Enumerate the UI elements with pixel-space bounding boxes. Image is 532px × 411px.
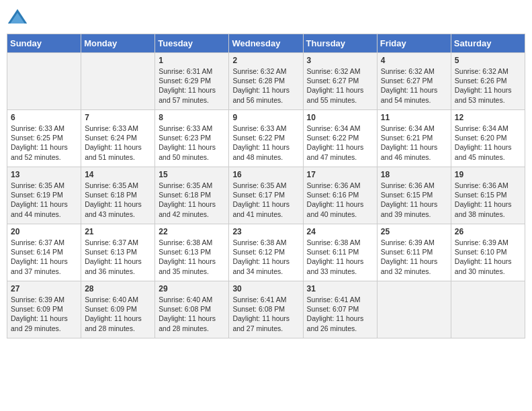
calendar-cell: 29Sunrise: 6:40 AMSunset: 6:08 PMDayligh… <box>155 281 229 338</box>
cell-sun-info: Sunrise: 6:31 AMSunset: 6:29 PMDaylight:… <box>159 66 225 105</box>
calendar-cell <box>7 53 81 110</box>
page-header <box>7 7 525 28</box>
cell-sun-info: Sunrise: 6:34 AMSunset: 6:21 PMDaylight:… <box>381 124 447 162</box>
calendar-cell: 31Sunrise: 6:41 AMSunset: 6:07 PMDayligh… <box>303 281 377 338</box>
calendar-cell: 27Sunrise: 6:39 AMSunset: 6:09 PMDayligh… <box>7 281 81 338</box>
cell-sun-info: Sunrise: 6:39 AMSunset: 6:10 PMDaylight:… <box>455 238 521 276</box>
calendar-cell: 22Sunrise: 6:38 AMSunset: 6:13 PMDayligh… <box>155 224 229 281</box>
calendar-cell: 2Sunrise: 6:32 AMSunset: 6:28 PMDaylight… <box>229 53 303 110</box>
calendar-cell: 6Sunrise: 6:33 AMSunset: 6:25 PMDaylight… <box>7 110 81 167</box>
day-number: 27 <box>11 284 77 293</box>
day-number: 15 <box>159 170 225 179</box>
day-number: 19 <box>455 170 521 179</box>
cell-sun-info: Sunrise: 6:34 AMSunset: 6:20 PMDaylight:… <box>455 124 521 162</box>
day-of-week-tuesday: Tuesday <box>155 34 229 53</box>
calendar-cell: 19Sunrise: 6:36 AMSunset: 6:15 PMDayligh… <box>451 167 525 224</box>
calendar-week-1: 1Sunrise: 6:31 AMSunset: 6:29 PMDaylight… <box>7 53 525 110</box>
day-number: 31 <box>307 284 373 293</box>
calendar-cell <box>81 53 155 110</box>
calendar-cell: 3Sunrise: 6:32 AMSunset: 6:27 PMDaylight… <box>303 53 377 110</box>
calendar-cell: 25Sunrise: 6:39 AMSunset: 6:11 PMDayligh… <box>377 224 451 281</box>
day-number: 28 <box>85 284 151 293</box>
day-number: 24 <box>307 227 373 236</box>
day-number: 23 <box>232 227 299 236</box>
cell-sun-info: Sunrise: 6:39 AMSunset: 6:11 PMDaylight:… <box>381 238 447 276</box>
day-number: 8 <box>159 113 225 122</box>
cell-sun-info: Sunrise: 6:36 AMSunset: 6:16 PMDaylight:… <box>307 181 373 219</box>
day-number: 9 <box>232 113 299 122</box>
cell-sun-info: Sunrise: 6:33 AMSunset: 6:23 PMDaylight:… <box>159 124 225 162</box>
calendar-cell: 13Sunrise: 6:35 AMSunset: 6:19 PMDayligh… <box>7 167 81 224</box>
day-number: 21 <box>85 227 151 236</box>
calendar-week-4: 20Sunrise: 6:37 AMSunset: 6:14 PMDayligh… <box>7 224 525 281</box>
day-number: 13 <box>11 170 77 179</box>
calendar-cell: 17Sunrise: 6:36 AMSunset: 6:16 PMDayligh… <box>303 167 377 224</box>
calendar-cell: 18Sunrise: 6:36 AMSunset: 6:15 PMDayligh… <box>377 167 451 224</box>
day-of-week-thursday: Thursday <box>303 34 377 53</box>
calendar-cell: 21Sunrise: 6:37 AMSunset: 6:13 PMDayligh… <box>81 224 155 281</box>
calendar-cell: 5Sunrise: 6:32 AMSunset: 6:26 PMDaylight… <box>451 53 525 110</box>
cell-sun-info: Sunrise: 6:32 AMSunset: 6:28 PMDaylight:… <box>232 66 299 105</box>
day-number: 14 <box>85 170 151 179</box>
calendar-table: SundayMondayTuesdayWednesdayThursdayFrid… <box>7 34 525 338</box>
cell-sun-info: Sunrise: 6:40 AMSunset: 6:08 PMDaylight:… <box>159 295 225 333</box>
day-number: 30 <box>232 284 299 293</box>
calendar-week-3: 13Sunrise: 6:35 AMSunset: 6:19 PMDayligh… <box>7 167 525 224</box>
cell-sun-info: Sunrise: 6:40 AMSunset: 6:09 PMDaylight:… <box>85 295 151 333</box>
cell-sun-info: Sunrise: 6:41 AMSunset: 6:07 PMDaylight:… <box>307 295 373 333</box>
calendar-cell: 15Sunrise: 6:35 AMSunset: 6:18 PMDayligh… <box>155 167 229 224</box>
cell-sun-info: Sunrise: 6:33 AMSunset: 6:22 PMDaylight:… <box>232 124 299 162</box>
day-of-week-wednesday: Wednesday <box>229 34 303 53</box>
day-number: 25 <box>381 227 447 236</box>
calendar-cell: 4Sunrise: 6:32 AMSunset: 6:27 PMDaylight… <box>377 53 451 110</box>
day-number: 2 <box>232 56 299 65</box>
day-of-week-sunday: Sunday <box>7 34 81 53</box>
calendar-week-2: 6Sunrise: 6:33 AMSunset: 6:25 PMDaylight… <box>7 110 525 167</box>
calendar-cell: 10Sunrise: 6:34 AMSunset: 6:22 PMDayligh… <box>303 110 377 167</box>
calendar-cell: 9Sunrise: 6:33 AMSunset: 6:22 PMDaylight… <box>229 110 303 167</box>
calendar-cell: 26Sunrise: 6:39 AMSunset: 6:10 PMDayligh… <box>451 224 525 281</box>
cell-sun-info: Sunrise: 6:37 AMSunset: 6:14 PMDaylight:… <box>11 238 77 276</box>
day-of-week-saturday: Saturday <box>451 34 525 53</box>
calendar-cell <box>451 281 525 338</box>
cell-sun-info: Sunrise: 6:32 AMSunset: 6:26 PMDaylight:… <box>455 66 521 105</box>
calendar-header: SundayMondayTuesdayWednesdayThursdayFrid… <box>7 34 525 53</box>
logo-icon <box>7 7 28 28</box>
day-number: 3 <box>307 56 373 65</box>
cell-sun-info: Sunrise: 6:39 AMSunset: 6:09 PMDaylight:… <box>11 295 77 333</box>
cell-sun-info: Sunrise: 6:36 AMSunset: 6:15 PMDaylight:… <box>455 181 521 219</box>
day-number: 6 <box>11 113 77 122</box>
day-number: 18 <box>381 170 447 179</box>
day-number: 4 <box>381 56 447 65</box>
day-number: 5 <box>455 56 521 65</box>
cell-sun-info: Sunrise: 6:33 AMSunset: 6:24 PMDaylight:… <box>85 124 151 162</box>
cell-sun-info: Sunrise: 6:35 AMSunset: 6:19 PMDaylight:… <box>11 181 77 219</box>
cell-sun-info: Sunrise: 6:36 AMSunset: 6:15 PMDaylight:… <box>381 181 447 219</box>
calendar-cell: 8Sunrise: 6:33 AMSunset: 6:23 PMDaylight… <box>155 110 229 167</box>
calendar-cell: 1Sunrise: 6:31 AMSunset: 6:29 PMDaylight… <box>155 53 229 110</box>
day-number: 1 <box>159 56 225 65</box>
cell-sun-info: Sunrise: 6:32 AMSunset: 6:27 PMDaylight:… <box>381 66 447 105</box>
day-number: 22 <box>159 227 225 236</box>
calendar-cell: 12Sunrise: 6:34 AMSunset: 6:20 PMDayligh… <box>451 110 525 167</box>
day-of-week-friday: Friday <box>377 34 451 53</box>
day-number: 20 <box>11 227 77 236</box>
calendar-cell <box>377 281 451 338</box>
cell-sun-info: Sunrise: 6:35 AMSunset: 6:18 PMDaylight:… <box>159 181 225 219</box>
logo <box>7 7 31 28</box>
calendar-cell: 14Sunrise: 6:35 AMSunset: 6:18 PMDayligh… <box>81 167 155 224</box>
calendar-cell: 11Sunrise: 6:34 AMSunset: 6:21 PMDayligh… <box>377 110 451 167</box>
day-number: 7 <box>85 113 151 122</box>
cell-sun-info: Sunrise: 6:38 AMSunset: 6:12 PMDaylight:… <box>232 238 299 276</box>
cell-sun-info: Sunrise: 6:32 AMSunset: 6:27 PMDaylight:… <box>307 66 373 105</box>
cell-sun-info: Sunrise: 6:38 AMSunset: 6:11 PMDaylight:… <box>307 238 373 276</box>
cell-sun-info: Sunrise: 6:41 AMSunset: 6:08 PMDaylight:… <box>232 295 299 333</box>
calendar-cell: 30Sunrise: 6:41 AMSunset: 6:08 PMDayligh… <box>229 281 303 338</box>
calendar-week-5: 27Sunrise: 6:39 AMSunset: 6:09 PMDayligh… <box>7 281 525 338</box>
cell-sun-info: Sunrise: 6:34 AMSunset: 6:22 PMDaylight:… <box>307 124 373 162</box>
calendar-cell: 28Sunrise: 6:40 AMSunset: 6:09 PMDayligh… <box>81 281 155 338</box>
cell-sun-info: Sunrise: 6:38 AMSunset: 6:13 PMDaylight:… <box>159 238 225 276</box>
day-number: 17 <box>307 170 373 179</box>
day-number: 26 <box>455 227 521 236</box>
day-number: 11 <box>381 113 447 122</box>
